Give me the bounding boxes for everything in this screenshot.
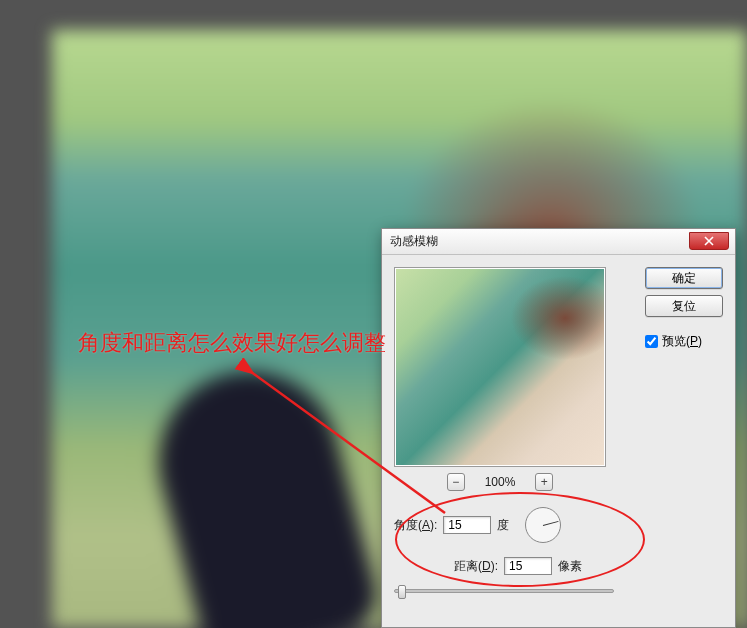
distance-input[interactable] bbox=[504, 557, 552, 575]
annotation-text: 角度和距离怎么效果好怎么调整 bbox=[78, 328, 386, 358]
angle-dial[interactable] bbox=[525, 507, 561, 543]
app-canvas: 角度和距离怎么效果好怎么调整 动感模糊 − bbox=[0, 0, 747, 628]
dialog-body: − 100% + 角度(A): 度 bbox=[382, 255, 735, 627]
zoom-level: 100% bbox=[485, 475, 516, 489]
filter-controls: 角度(A): 度 距离(D): 像素 bbox=[394, 507, 634, 593]
preview-checkbox-label: 预览(P) bbox=[662, 333, 702, 350]
motion-blur-dialog: 动感模糊 − 100% + bbox=[381, 228, 736, 628]
angle-row: 角度(A): 度 bbox=[394, 507, 634, 543]
dialog-side-buttons: 确定 复位 预览(P) bbox=[645, 267, 723, 350]
distance-row: 距离(D): 像素 bbox=[454, 557, 634, 575]
minus-icon: − bbox=[452, 475, 459, 489]
distance-label: 距离(D): bbox=[454, 558, 498, 575]
close-icon bbox=[704, 236, 714, 246]
angle-unit: 度 bbox=[497, 517, 509, 534]
preview-checkbox[interactable] bbox=[645, 335, 658, 348]
reset-button[interactable]: 复位 bbox=[645, 295, 723, 317]
zoom-out-button[interactable]: − bbox=[447, 473, 465, 491]
dialog-titlebar[interactable]: 动感模糊 bbox=[382, 229, 735, 255]
angle-input[interactable] bbox=[443, 516, 491, 534]
ok-button[interactable]: 确定 bbox=[645, 267, 723, 289]
close-button[interactable] bbox=[689, 232, 729, 250]
preview-checkbox-row[interactable]: 预览(P) bbox=[645, 333, 723, 350]
plus-icon: + bbox=[541, 475, 548, 489]
zoom-controls: − 100% + bbox=[394, 473, 606, 491]
distance-slider[interactable] bbox=[394, 589, 614, 593]
preview-image[interactable] bbox=[394, 267, 606, 467]
distance-unit: 像素 bbox=[558, 558, 582, 575]
dialog-title: 动感模糊 bbox=[390, 233, 438, 250]
angle-label: 角度(A): bbox=[394, 517, 437, 534]
slider-thumb[interactable] bbox=[398, 585, 406, 599]
zoom-in-button[interactable]: + bbox=[535, 473, 553, 491]
